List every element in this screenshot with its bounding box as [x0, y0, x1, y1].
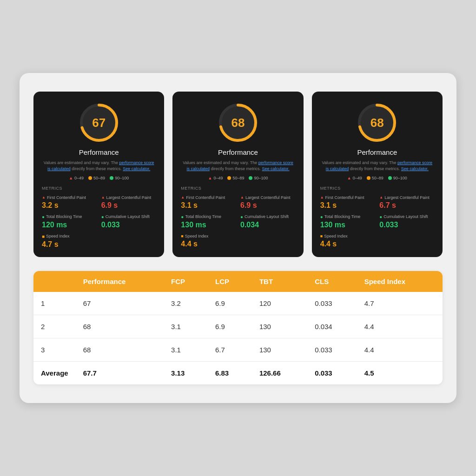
table-average-row: Average 67.7 3.13 6.83 126.66 0.033 4.5 [33, 361, 443, 384]
legend-item-orange-1: 50–89 [88, 176, 105, 180]
metrics-label-3: METRICS [320, 186, 434, 191]
table-row: 1 67 3.2 6.9 120 0.033 4.7 [33, 292, 443, 315]
metrics-label-2: METRICS [181, 186, 295, 191]
legend-item-green-3: 90–100 [388, 176, 407, 180]
si-1: ■Speed Index 4.7 s [42, 234, 156, 249]
legend-2: ▲ 0–49 50–89 90–100 [181, 176, 295, 180]
fcp-2: ▲First Contentful Paint 3.1 s [181, 195, 236, 210]
legend-item-red-1: ▲ 0–49 [69, 176, 84, 180]
main-container: 67 Performance Values are estimated and … [20, 73, 456, 403]
perf-card-3: 68 Performance Values are estimated and … [312, 92, 443, 257]
avg-fcp: 3.13 [164, 361, 208, 384]
score-circle-container-1: 67 [42, 102, 156, 144]
tbt-3: ●Total Blocking Time 130 ms [320, 214, 375, 229]
results-table: Performance FCP LCP TBT CLS Speed Index … [33, 271, 443, 384]
score-circle-2: 68 [217, 102, 259, 144]
row3-performance: 68 [76, 338, 164, 361]
col-header-tbt: TBT [252, 271, 307, 292]
avg-tbt: 126.66 [252, 361, 307, 384]
row3-fcp: 3.1 [164, 338, 208, 361]
perf-desc-2: Values are estimated and may vary. The p… [181, 160, 295, 172]
score-number-3: 68 [370, 116, 384, 130]
perf-card-1: 67 Performance Values are estimated and … [33, 92, 164, 257]
col-header-si: Speed Index [357, 271, 443, 292]
avg-lcp: 6.83 [208, 361, 252, 384]
perf-desc-1: Values are estimated and may vary. The p… [42, 160, 156, 172]
col-header-fcp: FCP [164, 271, 208, 292]
col-header-index [33, 271, 76, 292]
metrics-grid-2: ▲First Contentful Paint 3.1 s ▲Largest C… [181, 195, 295, 229]
perf-card-2: 68 Performance Values are estimated and … [172, 92, 303, 257]
legend-item-orange-3: 50–89 [367, 176, 383, 180]
legend-1: ▲ 0–49 50–89 90–100 [42, 176, 156, 180]
score-number-1: 67 [92, 116, 106, 130]
si-3: ■Speed Index 4.4 s [320, 234, 434, 248]
score-circle-container-2: 68 [181, 102, 295, 144]
avg-cls: 0.033 [307, 361, 357, 384]
col-header-performance: Performance [76, 271, 164, 292]
perf-desc-3: Values are estimated and may vary. The p… [320, 160, 434, 172]
legend-item-green-2: 90–100 [249, 176, 268, 180]
row1-performance: 67 [76, 292, 164, 315]
tbt-2: ●Total Blocking Time 130 ms [181, 214, 236, 229]
row1-index: 1 [33, 292, 76, 315]
lcp-3: ▲Largest Contentful Paint 6.7 s [379, 195, 434, 210]
row2-performance: 68 [76, 315, 164, 338]
perf-title-1: Performance [42, 148, 156, 156]
table-header-row: Performance FCP LCP TBT CLS Speed Index [33, 271, 443, 292]
legend-3: ▲ 0–49 50–89 90–100 [320, 176, 434, 180]
legend-item-red-2: ▲ 0–49 [208, 176, 223, 180]
metrics-grid-3: ▲First Contentful Paint 3.1 s ▲Largest C… [320, 195, 434, 229]
row2-cls: 0.034 [307, 315, 357, 338]
row1-si: 4.7 [357, 292, 443, 315]
row2-fcp: 3.1 [164, 315, 208, 338]
tbt-1: ●Total Blocking Time 120 ms [42, 214, 97, 229]
cls-2: ●Cumulative Layout Shift 0.034 [240, 214, 295, 229]
score-number-2: 68 [231, 116, 245, 130]
perf-title-2: Performance [181, 148, 295, 156]
row2-index: 2 [33, 315, 76, 338]
fcp-1: ▲First Contentful Paint 3.2 s [42, 195, 97, 210]
legend-item-green-1: 90–100 [110, 176, 129, 180]
row3-index: 3 [33, 338, 76, 361]
lcp-1: ▲Largest Contentful Paint 6.9 s [101, 195, 156, 210]
row2-tbt: 130 [252, 315, 307, 338]
row3-lcp: 6.7 [208, 338, 252, 361]
row1-fcp: 3.2 [164, 292, 208, 315]
row3-si: 4.4 [357, 338, 443, 361]
perf-title-3: Performance [320, 148, 434, 156]
cards-row: 67 Performance Values are estimated and … [33, 92, 443, 257]
si-2: ■Speed Index 4.4 s [181, 234, 295, 248]
row3-tbt: 130 [252, 338, 307, 361]
score-circle-1: 67 [78, 102, 120, 144]
legend-item-red-3: ▲ 0–49 [347, 176, 362, 180]
legend-item-orange-2: 50–89 [227, 176, 244, 180]
row2-si: 4.4 [357, 315, 443, 338]
fcp-3: ▲First Contentful Paint 3.1 s [320, 195, 375, 210]
metrics-grid-1: ▲First Contentful Paint 3.2 s ▲Largest C… [42, 195, 156, 229]
cls-1: ●Cumulative Layout Shift 0.033 [101, 214, 156, 229]
col-header-cls: CLS [307, 271, 357, 292]
row1-tbt: 120 [252, 292, 307, 315]
score-circle-container-3: 68 [320, 102, 434, 144]
row1-cls: 0.033 [307, 292, 357, 315]
row1-lcp: 6.9 [208, 292, 252, 315]
table-row: 3 68 3.1 6.7 130 0.033 4.4 [33, 338, 443, 361]
table-row: 2 68 3.1 6.9 130 0.034 4.4 [33, 315, 443, 338]
row3-cls: 0.033 [307, 338, 357, 361]
avg-label: Average [33, 361, 76, 384]
col-header-lcp: LCP [208, 271, 252, 292]
row2-lcp: 6.9 [208, 315, 252, 338]
score-circle-3: 68 [356, 102, 398, 144]
results-table-container: Performance FCP LCP TBT CLS Speed Index … [33, 271, 443, 384]
avg-performance: 67.7 [76, 361, 164, 384]
lcp-2: ▲Largest Contentful Paint 6.9 s [240, 195, 295, 210]
avg-si: 4.5 [357, 361, 443, 384]
cls-3: ●Cumulative Layout Shift 0.033 [379, 214, 434, 229]
metrics-label-1: METRICS [42, 186, 156, 191]
